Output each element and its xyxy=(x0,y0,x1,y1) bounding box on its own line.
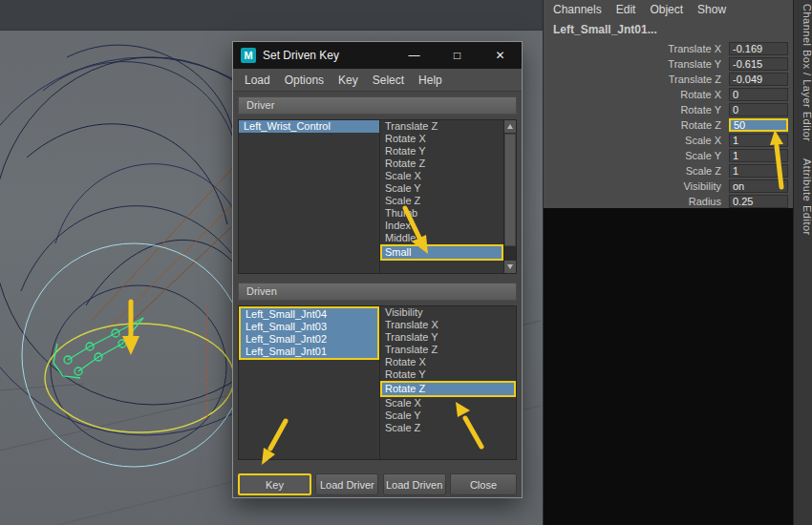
channel-label[interactable]: Translate Y xyxy=(544,58,729,70)
driver-section-header: Driver xyxy=(238,96,517,115)
close-icon[interactable]: ✕ xyxy=(479,42,522,69)
tab-attribute-editor[interactable]: Attribute Editor xyxy=(794,155,812,236)
channel-value-field[interactable]: 1 xyxy=(729,164,788,178)
driven-attr-item[interactable]: Visibility xyxy=(380,306,516,319)
dialog-menubar: Load Options Key Select Help xyxy=(233,69,522,92)
driven-attr-item[interactable]: Scale Z xyxy=(380,422,516,434)
triangle-down-icon xyxy=(507,264,513,269)
key-button[interactable]: Key xyxy=(238,473,311,495)
maya-application-window: M Set Driven Key — □ ✕ Load Options Key … xyxy=(0,0,812,525)
driven-attr-item[interactable]: Scale Y xyxy=(380,410,516,422)
driver-object-column: Left_Wrist_Control xyxy=(239,120,380,273)
minimize-icon[interactable]: — xyxy=(393,42,436,69)
channel-label[interactable]: Rotate Z xyxy=(544,119,729,131)
driver-attr-item[interactable]: Thumb xyxy=(380,207,503,220)
menu-options[interactable]: Options xyxy=(285,74,324,87)
menu-help[interactable]: Help xyxy=(418,74,442,87)
channel-label[interactable]: Scale Z xyxy=(544,165,729,177)
set-driven-key-dialog: M Set Driven Key — □ ✕ Load Options Key … xyxy=(232,41,523,498)
channel-row: Scale Y1 xyxy=(544,148,794,163)
menu-select[interactable]: Select xyxy=(373,74,404,87)
driven-attr-item[interactable]: Rotate Y xyxy=(380,368,516,381)
panel-tab-strip: Channel Box / Layer Editor Attribute Edi… xyxy=(793,0,812,525)
maya-icon: M xyxy=(241,48,256,63)
channel-value-field[interactable]: -0.169 xyxy=(729,42,788,55)
channel-row-rotate-z: Rotate Z50 xyxy=(544,117,794,133)
channel-row: Rotate Y0 xyxy=(544,102,794,117)
dialog-titlebar[interactable]: M Set Driven Key — □ ✕ xyxy=(233,42,522,69)
channel-row: Translate Y-0.615 xyxy=(544,56,794,72)
channel-attribute-rows: Translate X-0.169 Translate Y-0.615 Tran… xyxy=(544,41,794,209)
driver-attr-item[interactable]: Rotate Z xyxy=(380,158,503,170)
channel-value-field[interactable]: on xyxy=(729,179,788,193)
tab-channel-box-layer-editor[interactable]: Channel Box / Layer Editor xyxy=(794,0,812,141)
channel-label[interactable]: Scale X xyxy=(544,135,729,146)
driver-attr-item[interactable]: Middle xyxy=(380,232,503,244)
close-button[interactable]: Close xyxy=(450,473,517,495)
driven-object-item[interactable]: Left_Small_Jnt03 xyxy=(241,321,377,333)
driven-objects-selection-box: Left_Small_Jnt04 Left_Small_Jnt03 Left_S… xyxy=(239,306,379,360)
driver-attr-item[interactable]: Scale Y xyxy=(380,182,503,195)
driver-list-scrollbar[interactable] xyxy=(503,120,516,273)
channel-value-field[interactable]: 1 xyxy=(729,134,788,147)
driven-attr-item[interactable]: Translate Z xyxy=(380,344,516,356)
driver-attr-item[interactable]: Translate Z xyxy=(380,120,503,133)
menu-load[interactable]: Load xyxy=(245,74,270,87)
channel-value-field[interactable]: 1 xyxy=(729,149,788,162)
scroll-down-button[interactable] xyxy=(504,261,516,273)
driven-attr-item[interactable]: Rotate X xyxy=(380,356,516,368)
driven-attr-item[interactable]: Scale X xyxy=(380,397,516,410)
menu-object[interactable]: Object xyxy=(650,3,683,16)
load-driven-button[interactable]: Load Driven xyxy=(383,473,446,495)
channel-value-field[interactable]: -0.615 xyxy=(729,57,788,71)
driven-attr-item-selected[interactable]: Rotate Z xyxy=(380,381,516,397)
dialog-title: Set Driven Key xyxy=(263,49,339,62)
channel-value-field[interactable]: 0.25 xyxy=(729,195,788,208)
channel-row: Translate Z-0.049 xyxy=(544,72,794,87)
channel-value-field[interactable]: -0.049 xyxy=(729,73,788,86)
driven-object-item[interactable]: Left_Small_Jnt01 xyxy=(241,346,377,358)
driver-object-item[interactable]: Left_Wrist_Control xyxy=(239,120,379,133)
driver-attr-item[interactable]: Rotate X xyxy=(380,133,503,145)
channel-label[interactable]: Scale Y xyxy=(544,150,729,161)
maximize-icon[interactable]: □ xyxy=(436,42,479,69)
channel-value-field[interactable]: 0 xyxy=(729,88,788,101)
driver-attr-item[interactable]: Rotate Y xyxy=(380,145,503,158)
channel-row: Radius0.25 xyxy=(544,194,794,209)
channel-label[interactable]: Rotate X xyxy=(544,89,729,100)
channel-label[interactable]: Visibility xyxy=(544,180,729,192)
driven-object-item[interactable]: Left_Small_Jnt04 xyxy=(241,308,377,321)
menu-key[interactable]: Key xyxy=(338,74,358,87)
channel-value-field-highlighted[interactable]: 50 xyxy=(729,118,788,132)
channel-label[interactable]: Translate Z xyxy=(544,74,729,85)
load-driver-button[interactable]: Load Driver xyxy=(315,473,378,495)
driven-object-column: Left_Small_Jnt04 Left_Small_Jnt03 Left_S… xyxy=(239,306,380,459)
driver-attribute-column: Translate Z Rotate X Rotate Y Rotate Z S… xyxy=(380,120,503,273)
channel-label[interactable]: Translate X xyxy=(544,43,729,54)
driven-attr-item[interactable]: Translate Y xyxy=(380,331,516,344)
driver-attr-item[interactable]: Scale X xyxy=(380,170,503,182)
channel-row: Scale X1 xyxy=(544,133,794,148)
selected-object-name: Left_Small_Jnt01... xyxy=(544,16,794,41)
menu-channels[interactable]: Channels xyxy=(553,3,602,16)
driver-attr-item[interactable]: Scale Z xyxy=(380,195,503,207)
scroll-up-button[interactable] xyxy=(504,120,516,133)
channel-box-menubar: Channels Edit Object Show xyxy=(544,0,794,16)
driver-attr-item-selected[interactable]: Small xyxy=(380,244,503,261)
menu-show[interactable]: Show xyxy=(697,3,726,16)
driven-object-item[interactable]: Left_Small_Jnt02 xyxy=(241,333,377,346)
triangle-up-icon xyxy=(507,124,513,129)
driven-attribute-column: Visibility Translate X Translate Y Trans… xyxy=(380,306,516,459)
channel-box-panel: Channels Edit Object Show Left_Small_Jnt… xyxy=(543,0,793,525)
driver-list: Left_Wrist_Control Translate Z Rotate X … xyxy=(238,119,517,274)
scroll-thumb[interactable] xyxy=(504,134,516,246)
channel-label[interactable]: Radius xyxy=(544,196,729,207)
channel-row: Rotate X0 xyxy=(544,87,794,102)
driven-list: Left_Small_Jnt04 Left_Small_Jnt03 Left_S… xyxy=(238,305,517,460)
driven-attr-item[interactable]: Translate X xyxy=(380,319,516,331)
channel-value-field[interactable]: 0 xyxy=(729,103,788,116)
driven-section-header: Driven xyxy=(238,283,517,301)
menu-edit[interactable]: Edit xyxy=(616,3,636,16)
channel-label[interactable]: Rotate Y xyxy=(544,104,729,116)
driver-attr-item[interactable]: Index xyxy=(380,220,503,232)
